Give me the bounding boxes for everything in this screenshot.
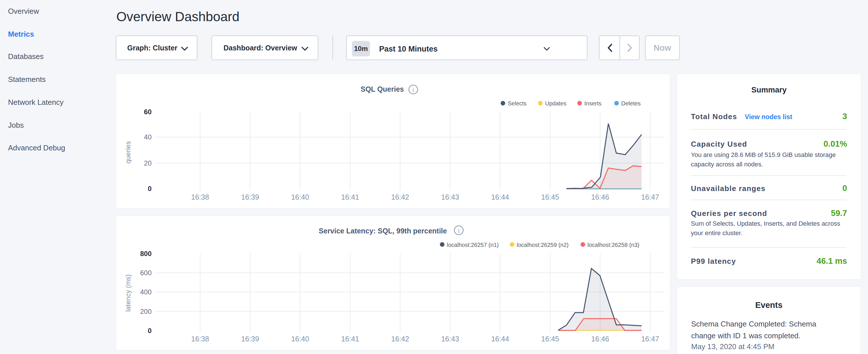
svg-text:localhost:26257 (n1): localhost:26257 (n1) bbox=[447, 242, 499, 248]
svg-text:16:44: 16:44 bbox=[491, 193, 509, 201]
svg-text:20: 20 bbox=[144, 159, 152, 167]
svg-text:16:42: 16:42 bbox=[391, 335, 409, 343]
svg-text:latency (ms): latency (ms) bbox=[124, 275, 132, 312]
svg-text:16:40: 16:40 bbox=[291, 335, 309, 343]
svg-text:16:45: 16:45 bbox=[541, 335, 559, 343]
svg-text:200: 200 bbox=[140, 308, 152, 315]
svg-text:0: 0 bbox=[148, 185, 152, 192]
svg-text:queries: queries bbox=[124, 141, 132, 164]
svg-text:16:45: 16:45 bbox=[541, 193, 559, 201]
svg-text:16:39: 16:39 bbox=[241, 193, 259, 201]
svg-text:16:38: 16:38 bbox=[191, 335, 209, 343]
svg-text:16:41: 16:41 bbox=[341, 193, 359, 201]
svg-text:localhost:26258 (n3): localhost:26258 (n3) bbox=[587, 242, 639, 248]
svg-text:16:41: 16:41 bbox=[341, 335, 359, 343]
svg-text:0: 0 bbox=[148, 327, 152, 334]
svg-text:i: i bbox=[458, 227, 460, 234]
svg-text:16:40: 16:40 bbox=[291, 193, 309, 201]
svg-text:localhost:26259 (n2): localhost:26259 (n2) bbox=[517, 242, 568, 248]
svg-text:800: 800 bbox=[140, 250, 152, 257]
svg-text:Updates: Updates bbox=[545, 100, 566, 106]
svg-text:16:38: 16:38 bbox=[191, 193, 209, 201]
svg-text:16:42: 16:42 bbox=[391, 193, 409, 201]
svg-text:Service Latency: SQL, 99th per: Service Latency: SQL, 99th percentile bbox=[319, 227, 447, 235]
svg-text:16:46: 16:46 bbox=[591, 193, 609, 201]
svg-text:i: i bbox=[412, 87, 414, 93]
svg-text:16:43: 16:43 bbox=[441, 193, 459, 201]
svg-text:16:44: 16:44 bbox=[491, 335, 509, 343]
svg-text:16:43: 16:43 bbox=[441, 335, 459, 343]
svg-text:Deletes: Deletes bbox=[621, 100, 641, 106]
svg-text:16:47: 16:47 bbox=[641, 193, 659, 201]
svg-text:16:47: 16:47 bbox=[641, 335, 659, 343]
svg-text:SQL Queries: SQL Queries bbox=[361, 85, 404, 93]
svg-text:600: 600 bbox=[140, 269, 152, 277]
svg-text:400: 400 bbox=[140, 288, 152, 296]
svg-text:16:46: 16:46 bbox=[591, 335, 609, 343]
svg-text:16:39: 16:39 bbox=[241, 335, 259, 343]
svg-text:40: 40 bbox=[144, 133, 152, 141]
svg-text:60: 60 bbox=[144, 108, 152, 116]
svg-text:Selects: Selects bbox=[508, 100, 527, 106]
svg-text:Inserts: Inserts bbox=[584, 100, 601, 106]
